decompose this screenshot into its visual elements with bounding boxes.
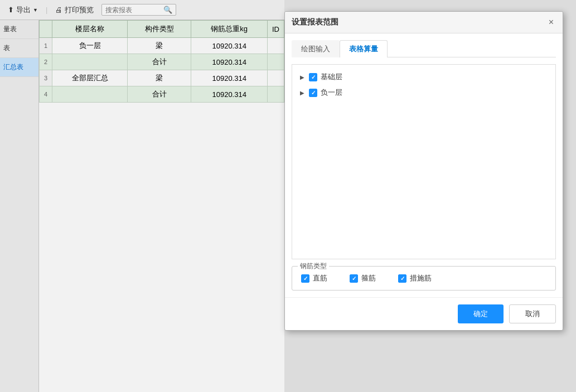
rebar-option-stirrup[interactable]: 箍筋 <box>350 273 376 283</box>
rebar-label-straight: 直筋 <box>313 273 327 283</box>
dialog-close-button[interactable]: × <box>546 18 556 27</box>
checkbox-straight[interactable] <box>301 274 309 283</box>
checkbox-stirrup[interactable] <box>350 274 358 283</box>
rebar-option-straight[interactable]: 直筋 <box>301 273 327 283</box>
checkbox-jichu[interactable] <box>309 73 317 81</box>
rebar-options: 直筋 箍筋 措施筋 <box>301 273 546 283</box>
tree-label-jichu: 基础层 <box>321 72 342 82</box>
tab-table-calc[interactable]: 表格算量 <box>340 40 388 57</box>
tab-bar: 绘图输入 表格算量 <box>292 40 556 57</box>
dialog-footer: 确定 取消 <box>285 297 563 330</box>
rebar-section-title: 钢筋类型 <box>298 262 329 271</box>
rebar-section: 钢筋类型 直筋 箍筋 措施筋 <box>292 266 556 291</box>
tree-item-jichu[interactable]: ▶ 基础层 <box>297 69 551 85</box>
tree-item-fuyi[interactable]: ▶ 负一层 <box>297 85 551 100</box>
tab-drawing-input[interactable]: 绘图输入 <box>292 40 340 57</box>
rebar-label-measure: 措施筋 <box>410 273 432 283</box>
tree-arrow-jichu: ▶ <box>299 74 306 80</box>
tree-label-fuyi: 负一层 <box>321 88 342 98</box>
rebar-label-stirrup: 箍筋 <box>361 273 376 283</box>
confirm-button[interactable]: 确定 <box>458 304 504 323</box>
dialog-body: 绘图输入 表格算量 ▶ 基础层 ▶ 负一层 钢筋类型 <box>285 33 563 297</box>
dialog-title-bar: 设置报表范围 × <box>285 12 563 33</box>
checkbox-measure[interactable] <box>398 274 406 283</box>
cancel-button[interactable]: 取消 <box>509 304 556 323</box>
dialog-title: 设置报表范围 <box>292 17 338 27</box>
tree-arrow-fuyi: ▶ <box>299 89 306 96</box>
tree-container: ▶ 基础层 ▶ 负一层 <box>292 64 556 259</box>
checkbox-fuyi[interactable] <box>309 89 317 97</box>
rebar-option-measure[interactable]: 措施筋 <box>398 273 432 283</box>
settings-dialog: 设置报表范围 × 绘图输入 表格算量 ▶ 基础层 ▶ 负一层 <box>284 11 563 331</box>
